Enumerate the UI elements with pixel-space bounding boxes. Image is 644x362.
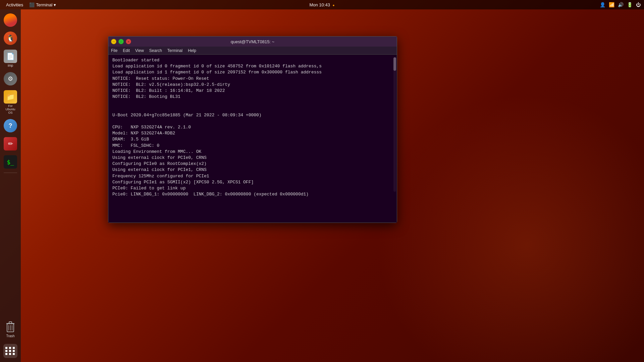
maximize-button[interactable]: □ [118,39,124,44]
wifi-icon[interactable]: 📶 [609,2,614,7]
trash-icon [4,319,17,334]
datetime-label: Mon 10:43 [309,2,330,7]
terminal-body[interactable]: Bootloader started Load application id 0… [108,55,397,223]
folder-icon: 📁 [4,90,17,104]
ubuntu-software-icon: 🐧 [4,32,17,45]
terminal-titlebar: ─ □ ✕ quest@TVMLT0815: ~ [108,37,397,47]
top-bar-clock: Mon 10:43 ● [309,2,334,7]
terminal-output: Bootloader started Load application id 0… [112,57,393,197]
dock-item-files[interactable]: 📄 imp [2,48,18,69]
terminal-window: ─ □ ✕ quest@TVMLT0815: ~ File Edit View … [108,36,397,223]
terminal-menubar: File Edit View Search Terminal Help [108,47,397,55]
close-button[interactable]: ✕ [126,39,131,44]
volume-icon[interactable]: 🔊 [618,2,624,7]
dock-item-help[interactable]: ? [2,118,18,134]
menu-edit[interactable]: Edit [123,48,130,53]
dock-item-ubuntu-software[interactable]: 🐧 [2,30,18,46]
terminal-dock-icon: $_ [4,155,17,169]
dock-item-folder[interactable]: 📁 ForUbuntuOS [2,89,18,116]
window-controls: ─ □ ✕ [111,39,131,44]
minimize-button[interactable]: ─ [111,39,116,44]
dock: 🐧 📄 imp ⚙ 📁 ForUbuntuOS ? ✏ $_ [0,9,21,362]
status-dot-icon: ● [333,3,335,7]
terminal-window-title: quest@TVMLT0815: ~ [231,39,274,44]
terminal-scrollbar[interactable] [393,57,396,192]
settings-icon: ⚙ [4,72,17,85]
user-icon[interactable]: 👤 [600,2,605,7]
dock-label-folder: ForUbuntuOS [5,104,15,114]
draw-icon: ✏ [4,137,17,150]
files-icon: 📄 [4,50,17,63]
app-grid-icon [5,347,15,355]
menu-search[interactable]: Search [149,48,162,53]
power-icon[interactable]: ⏻ [636,2,641,7]
terminal-chevron-icon: ▾ [54,2,56,7]
battery-icon[interactable]: 🔋 [627,2,633,7]
menu-file[interactable]: File [111,48,117,53]
dock-item-firefox[interactable] [2,12,18,28]
dock-label-files: imp [8,64,13,67]
terminal-app-label: Terminal [36,2,52,7]
app-grid-button[interactable] [3,344,17,358]
terminal-app-button[interactable]: ⬛ Terminal ▾ [27,2,58,7]
top-bar: Activities ⬛ Terminal ▾ Mon 10:43 ● 👤 📶 … [0,0,644,9]
top-bar-left: Activities ⬛ Terminal ▾ [3,2,58,7]
menu-terminal[interactable]: Terminal [167,48,182,53]
dock-item-trash[interactable]: Trash [3,318,18,339]
dock-item-settings[interactable]: ⚙ [2,71,18,87]
dock-item-terminal[interactable]: $_ [2,154,18,170]
firefox-icon [4,13,17,27]
terminal-icon: ⬛ [29,2,35,7]
svg-rect-2 [9,322,12,323]
activities-button[interactable]: Activities [3,2,26,7]
dock-label-trash: Trash [6,334,14,338]
terminal-scrollbar-thumb[interactable] [393,57,396,71]
dock-separator [4,173,17,173]
dock-item-draw[interactable]: ✏ [2,136,18,152]
menu-help[interactable]: Help [188,48,196,53]
help-icon: ? [4,119,17,132]
menu-view[interactable]: View [135,48,144,53]
top-bar-right: 👤 📶 🔊 🔋 ⏻ [600,2,641,7]
